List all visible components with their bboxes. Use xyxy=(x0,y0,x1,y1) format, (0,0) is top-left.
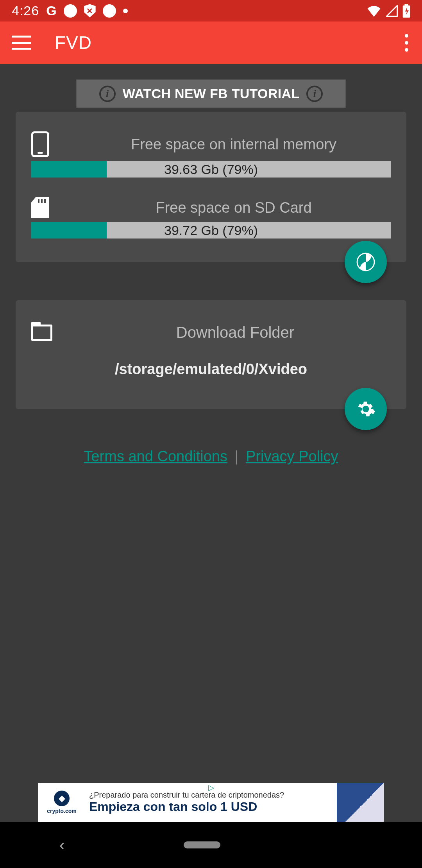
internal-storage-value: 39.63 Gb (79%) xyxy=(164,162,258,177)
phone-icon xyxy=(31,131,49,157)
download-folder-card: Download Folder /storage/emulated/0/Xvid… xyxy=(16,300,406,409)
ad-badge-icon: ▷ xyxy=(208,783,214,792)
ad-logo: ◆ crypto.com xyxy=(38,791,85,814)
status-bar: 4:26 G ✕ xyxy=(0,0,422,22)
status-time: 4:26 xyxy=(12,3,39,18)
svg-rect-1 xyxy=(404,4,408,6)
folder-icon xyxy=(31,325,52,341)
signal-icon xyxy=(386,5,398,17)
ad-logo-icon: ◆ xyxy=(54,791,70,806)
info-icon: i xyxy=(99,86,116,102)
internal-storage-label: Free space on internal memory xyxy=(77,136,391,153)
shield-alert-icon: ✕ xyxy=(84,4,96,18)
sd-storage-block: Free space on SD Card 39.72 Gb (79%) xyxy=(31,197,391,239)
legal-separator: | xyxy=(235,448,239,464)
home-pill[interactable] xyxy=(184,841,220,848)
more-options-button[interactable] xyxy=(405,34,408,52)
download-folder-path: /storage/emulated/0/Xvideo xyxy=(31,361,391,378)
internal-storage-fill xyxy=(31,161,107,178)
watch-tutorial-button[interactable]: i WATCH NEW FB TUTORIAL i xyxy=(76,79,346,108)
legal-links: Terms and Conditions | Privacy Policy xyxy=(0,448,422,465)
sd-storage-bar: 39.72 Gb (79%) xyxy=(31,222,391,239)
notification-dot-icon xyxy=(64,4,77,18)
sd-storage-fill xyxy=(31,222,107,239)
internal-storage-bar: 39.63 Gb (79%) xyxy=(31,161,391,178)
privacy-link[interactable]: Privacy Policy xyxy=(246,448,338,464)
ad-image xyxy=(337,783,384,822)
globe-icon xyxy=(356,252,376,272)
menu-button[interactable] xyxy=(12,36,31,50)
ad-logo-text: crypto.com xyxy=(47,808,76,814)
status-right xyxy=(367,4,410,18)
download-folder-label: Download Folder xyxy=(80,324,391,341)
tutorial-label: WATCH NEW FB TUTORIAL xyxy=(123,86,300,101)
internal-storage-block: Free space on internal memory 39.63 Gb (… xyxy=(31,131,391,178)
google-icon: G xyxy=(46,3,56,18)
app-bar: FVD xyxy=(0,22,422,64)
back-button[interactable]: ‹ xyxy=(59,836,64,854)
sd-card-icon xyxy=(31,197,49,218)
navigation-bar: ‹ xyxy=(0,822,422,868)
ad-text: ¿Preparado para construir tu cartera de … xyxy=(85,788,337,816)
content-area: i WATCH NEW FB TUTORIAL i Free space on … xyxy=(0,79,422,465)
svg-point-6 xyxy=(364,407,368,411)
notification-more-icon xyxy=(123,9,128,13)
browse-web-fab[interactable] xyxy=(345,241,387,283)
notification-dot-icon xyxy=(103,4,116,18)
sd-storage-label: Free space on SD Card xyxy=(77,199,391,216)
gear-icon xyxy=(356,399,376,419)
battery-charging-icon xyxy=(402,4,410,18)
settings-fab[interactable] xyxy=(345,388,387,430)
ad-line2: Empieza con tan solo 1 USD xyxy=(89,800,333,814)
storage-card: Free space on internal memory 39.63 Gb (… xyxy=(16,112,406,262)
ad-banner[interactable]: ▷ ◆ crypto.com ¿Preparado para construir… xyxy=(38,783,384,822)
status-left: 4:26 G ✕ xyxy=(12,3,128,18)
wifi-icon xyxy=(367,5,381,17)
terms-link[interactable]: Terms and Conditions xyxy=(84,448,227,464)
info-icon: i xyxy=(306,86,323,102)
sd-storage-value: 39.72 Gb (79%) xyxy=(164,223,258,238)
app-title: FVD xyxy=(55,32,92,53)
